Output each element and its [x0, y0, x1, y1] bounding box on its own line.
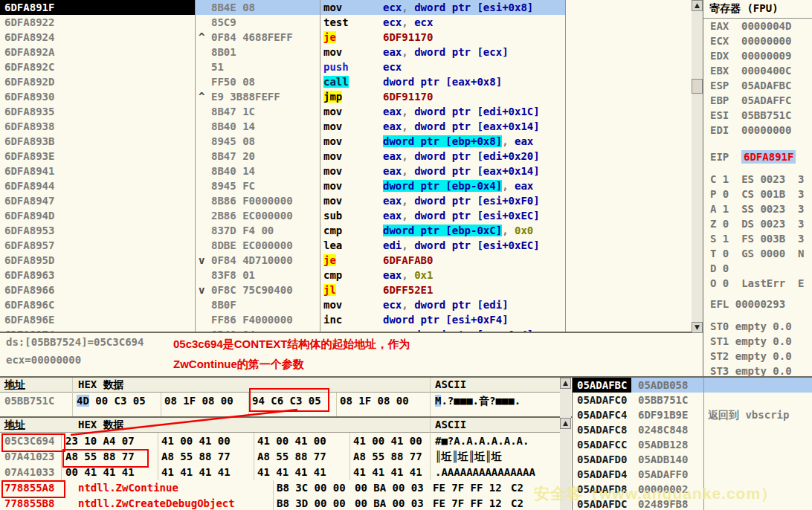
dump2-hex-group: A8 55 88 77 — [65, 449, 135, 465]
dump1-header-address[interactable]: 地址 — [4, 378, 25, 393]
register-row-eip[interactable]: EIP6DFA891F — [703, 149, 812, 164]
dump2-row[interactable]: 05C3C69423 10 A4 0741 00 41 0041 00 41 0… — [0, 433, 560, 449]
stack-row[interactable]: 05ADAFD800000002 — [573, 482, 812, 497]
fpu-register-row[interactable]: ST3 empty 0.0 — [703, 364, 812, 376]
disasm-comment — [565, 178, 692, 193]
stack-row[interactable]: 05ADAFC46DF91B9E返回到 vbscrip — [573, 407, 812, 422]
disasm-instruction: movecx, dword ptr [esi+0x8] — [320, 0, 565, 15]
disasm-bytes: FF86 F4000000 — [195, 312, 320, 327]
register-row[interactable]: ECX00000000 — [703, 33, 812, 48]
dump2-header-address[interactable]: 地址 — [4, 418, 25, 433]
disasm-row[interactable]: 6DFA89578DBE EC000000leaedi, dword ptr [… — [0, 238, 692, 253]
disasm-row[interactable]: 6DFA89358B47 1Cmoveax, dword ptr [edi+0x… — [0, 104, 692, 119]
stack-row[interactable]: 05ADAFC005BB751C — [573, 393, 812, 407]
flag-row[interactable]: P 0 CS 001B 3 — [703, 187, 812, 201]
disasm-bytes-text: 837D F4 00 — [211, 225, 274, 236]
flag-row[interactable]: A 1 SS 0023 3 — [703, 201, 812, 216]
flag-row[interactable]: O 0 LastErr E — [703, 276, 812, 291]
fpu-register-row[interactable]: ST2 empty 0.0 — [703, 349, 812, 364]
stack-row[interactable]: 05ADAFD005ADB140 — [573, 452, 812, 467]
operand: eax — [515, 180, 533, 192]
dump2-row[interactable]: 07A41023A8 55 88 77A8 55 88 77A8 55 88 7… — [0, 449, 560, 465]
scroll-down-icon[interactable]: ▼ — [692, 322, 703, 333]
disasm-scrollbar[interactable]: ▲ ▼ — [692, 0, 703, 333]
dump1-row[interactable]: 05BB751C 4D 00 C3 05 08 1F 08 00 94 C6 C… — [0, 393, 560, 409]
scroll-up-icon[interactable]: ▲ — [560, 418, 571, 429]
dump1-header-ascii[interactable]: ASCII — [435, 378, 466, 393]
mnemonic-cell: sub — [323, 208, 383, 223]
fpu-register-row[interactable]: ST0 empty 0.0 — [703, 319, 812, 334]
disasm-row[interactable]: 6DFA8953837D F4 00cmpdword ptr [ebp-0xC]… — [0, 223, 692, 238]
disasm-bytes-text: E9 3B88FEFF — [211, 91, 280, 103]
register-row[interactable]: EBP05ADAFFC — [703, 93, 812, 108]
register-row[interactable]: ESI05BB751C — [703, 108, 812, 123]
dump2-scrollbar[interactable]: ▲ — [560, 418, 571, 510]
register-row[interactable]: EAX0000004D — [703, 19, 812, 33]
disasm-row[interactable]: 6DFA896C8B0Fmovecx, dword ptr [edi] — [0, 297, 692, 312]
register-row[interactable]: EDX00000009 — [703, 48, 812, 63]
eflags-row[interactable]: EFL 00000293 — [703, 297, 812, 312]
stack-value: 02489FB8 — [638, 497, 688, 510]
scrollbar-thumb[interactable] — [692, 79, 703, 94]
disasm-row[interactable]: 6DFA892C51pushecx — [0, 59, 692, 74]
stack-value: 00000002 — [638, 482, 688, 497]
disasm-row[interactable]: 6DFA892A8B01moveax, dword ptr [ecx] — [0, 45, 692, 59]
disasm-row[interactable]: 6DFA895Dv0F84 4D710000je6DFAFAB0 — [0, 253, 692, 268]
dump2-hex-group: A8 55 88 77 — [257, 449, 326, 465]
flag-row[interactable]: T 0 GS 0000 N — [703, 246, 812, 261]
dump2-header-hex[interactable]: HEX 数据 — [78, 418, 124, 433]
flag-row[interactable]: Z 0 DS 0023 3 — [703, 216, 812, 231]
stack-row[interactable]: 05ADAFBC05ADB058 — [573, 378, 812, 393]
dump2-row[interactable]: 778855A8ntdll.ZwContinueB8 3C 00 0000 BA… — [0, 480, 560, 496]
disasm-comment — [565, 193, 692, 208]
disasm-bytes: 8945 FC — [195, 178, 320, 193]
stack-row[interactable]: 05ADAFC80248C848 — [573, 422, 812, 437]
register-row[interactable]: EDI00000000 — [703, 123, 812, 138]
stack-row[interactable]: 05ADAFCC05ADB128 — [573, 437, 812, 452]
operand: , — [402, 210, 414, 222]
dump2-header-ascii[interactable]: ASCII — [435, 418, 466, 433]
disasm-row[interactable]: 6DFA89388B40 14moveax, dword ptr [eax+0x… — [0, 119, 692, 134]
disasm-row[interactable]: 6DFA8924^0F84 4688FEFFje6DF91170 — [0, 30, 692, 45]
disasm-row[interactable]: 6DFA8930^E9 3B88FEFFjmp6DF91170 — [0, 89, 692, 104]
dump1-header-hex[interactable]: HEX 数据 — [78, 378, 124, 393]
operand: eax — [383, 269, 402, 281]
flag-row[interactable]: C 1 ES 0023 3 — [703, 172, 812, 187]
disasm-row[interactable]: 6DFA892DFF50 08calldword ptr [eax+0x8] — [0, 74, 692, 89]
column-divider[interactable] — [195, 0, 196, 333]
disasm-comment — [565, 30, 692, 45]
disasm-row[interactable]: 6DFA8966v0F8C 75C90400jl6DFF52E1 — [0, 283, 692, 297]
disasm-row[interactable]: 6DFA89448945 FCmovdword ptr [ebp-0x4], e… — [0, 178, 692, 193]
mnemonic: mov — [323, 150, 342, 162]
disasm-row[interactable]: 6DFA892285C9testecx, ecx — [0, 15, 692, 30]
stack-row[interactable]: 05ADAFD405ADAFF0 — [573, 467, 812, 482]
disasm-row[interactable]: 6DFA896EFF86 F4000000incdword ptr [esi+0… — [0, 312, 692, 327]
disasm-row[interactable]: 6DFA893E8B47 20moveax, dword ptr [edi+0x… — [0, 149, 692, 164]
column-divider[interactable] — [565, 0, 566, 333]
fpu-register-row[interactable]: ST1 empty 0.0 — [703, 334, 812, 349]
disasm-row[interactable]: 6DFA891F8B4E 08movecx, dword ptr [esi+0x… — [0, 0, 692, 15]
column-divider[interactable] — [320, 0, 320, 333]
disasm-instruction: cmpeax, 0x1 — [320, 268, 565, 283]
disasm-row[interactable]: 6DFA89478B86 F0000000moveax, dword ptr [… — [0, 193, 692, 208]
disasm-comment — [565, 45, 692, 59]
scroll-up-icon[interactable]: ▲ — [692, 0, 703, 11]
dump2-row[interactable]: 778855B8ntdll.ZwCreateDebugObjectB8 3D 0… — [0, 496, 560, 510]
register-row[interactable]: EBX0000400C — [703, 63, 812, 78]
flag-row[interactable]: S 1 FS 003B 3 — [703, 231, 812, 246]
disasm-row[interactable]: 6DFA89418B40 14moveax, dword ptr [eax+0x… — [0, 164, 692, 178]
mnemonic: jmp — [323, 91, 342, 103]
disasm-row[interactable]: 6DFA896383F8 01cmpeax, 0x1 — [0, 268, 692, 283]
flag-row[interactable]: D 0 — [703, 261, 812, 276]
dump1-scrollbar[interactable]: ▲ — [560, 378, 571, 418]
stack-value: 05ADB128 — [638, 437, 688, 452]
scroll-up-icon[interactable]: ▲ — [560, 378, 571, 389]
dump2-row[interactable]: 07A4103300 41 41 4141 41 41 4141 41 41 4… — [0, 465, 560, 480]
disasm-bytes-text: 8B40 14 — [211, 120, 255, 132]
dump1-hex-group: 08 1F 08 00 — [164, 393, 233, 409]
disasm-row[interactable]: 6DFA893B8945 08movdword ptr [ebp+0x8], e… — [0, 134, 692, 149]
disasm-row[interactable]: 6DFA894D2B86 EC000000subeax, dword ptr [… — [0, 208, 692, 223]
register-row[interactable]: ESP05ADAFBC — [703, 78, 812, 93]
stack-row[interactable]: 05ADAFDC02489FB8 — [573, 497, 812, 510]
operand: eax — [383, 165, 402, 177]
